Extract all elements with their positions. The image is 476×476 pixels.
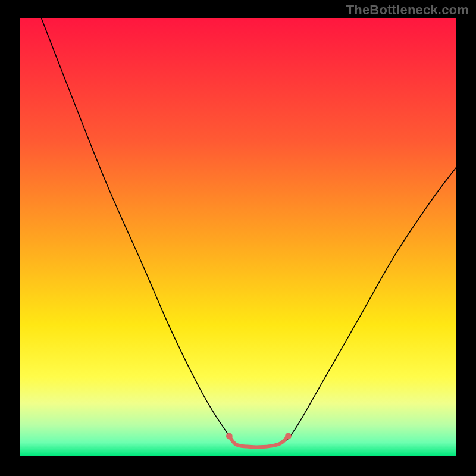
watermark-text: TheBottleneck.com (346, 2, 469, 18)
chart-canvas (0, 0, 476, 476)
plot-background (20, 18, 456, 456)
chart-root: { "watermark": "TheBottleneck.com", "cha… (0, 0, 476, 476)
trough-endpoint (285, 433, 292, 440)
trough-endpoint (226, 433, 233, 440)
